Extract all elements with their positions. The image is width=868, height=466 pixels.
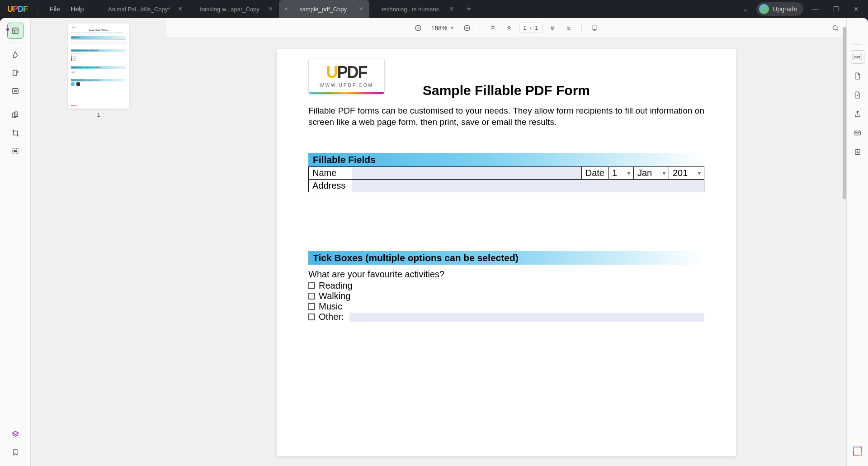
page-thumbnail[interactable]: UPDF Sample Fillable PDF Form Fillable P… [68, 24, 129, 109]
dropdown-icon: ▼ [626, 170, 632, 176]
svg-rect-10 [14, 151, 17, 152]
menu-file[interactable]: File [44, 5, 66, 13]
thumbnail-number: 1 [36, 111, 161, 118]
tab-3[interactable]: technolog...ts humans × [369, 0, 460, 18]
dropdown-icon: ▼ [661, 170, 667, 176]
document-toolbar: 168% ▼ 1 / 1 [166, 18, 846, 38]
search-button[interactable] [829, 22, 842, 34]
date-year-select[interactable]: 201▼ [669, 167, 704, 180]
prev-page-button[interactable] [503, 22, 515, 34]
separator [480, 24, 480, 32]
tab-bar: Animal Pai...kills_Copy* × banking w...a… [98, 0, 478, 18]
tab-1[interactable]: banking w...apar_Copy × [189, 0, 279, 18]
share-button[interactable] [851, 107, 864, 121]
svg-point-21 [833, 25, 837, 29]
tab-title: Animal Pai...kills_Copy* [104, 6, 174, 13]
redact-tool[interactable] [7, 143, 24, 159]
bookmark-icon [11, 448, 19, 456]
logo-subtitle: WWW.UPDF.COM [320, 83, 373, 88]
next-page-button[interactable] [546, 22, 559, 34]
edit-tool[interactable] [7, 65, 24, 81]
fields-table: Name Date 1▼ Jan▼ 201▼ Address [308, 166, 704, 192]
name-label: Name [309, 167, 352, 180]
close-icon[interactable]: × [449, 5, 453, 13]
crop-icon [11, 129, 19, 137]
page-current: 1 [523, 24, 526, 31]
tab-0[interactable]: Animal Pai...kills_Copy* × [98, 0, 189, 18]
document-viewport[interactable]: UPDF WWW.UPDF.COM Sample Fillable PDF Fo… [166, 38, 846, 466]
menu-help[interactable]: Help [66, 5, 90, 13]
date-day-select[interactable]: 1▼ [609, 167, 634, 180]
organize-tool[interactable] [7, 107, 24, 123]
tab-title: sample_pdf_Copy [292, 6, 354, 13]
document-logo: UPDF WWW.UPDF.COM [308, 58, 385, 95]
compress-button[interactable] [851, 88, 864, 102]
check-option: Other: [308, 312, 704, 322]
other-input[interactable] [349, 313, 704, 322]
ai-button[interactable] [851, 444, 864, 458]
close-button[interactable]: ✕ [848, 5, 864, 13]
last-page-button[interactable] [562, 22, 575, 34]
section-header-tickboxes: Tick Boxes (multiple options can be sele… [308, 251, 704, 265]
checklist: Reading Walking Music Other: [308, 281, 704, 322]
search-icon [832, 24, 839, 32]
convert-button[interactable] [851, 69, 864, 83]
check-option: Reading [308, 281, 704, 291]
checkbox-reading[interactable] [308, 282, 315, 289]
chevron-down-icon: ▼ [450, 25, 454, 30]
presentation-button[interactable] [588, 22, 601, 34]
separator [853, 44, 862, 45]
upgrade-label: Upgrade [773, 5, 797, 13]
upgrade-button[interactable]: Upgrade [756, 2, 803, 16]
ocr-button[interactable]: ocr [851, 50, 864, 64]
layers-tool[interactable] [7, 426, 24, 442]
dropdown-icon: ▼ [697, 170, 702, 176]
save-button[interactable] [851, 145, 864, 159]
layers-icon [11, 430, 19, 438]
page-input[interactable]: 1 / 1 [519, 23, 542, 33]
checkbox-other[interactable] [308, 314, 315, 320]
highlight-tool[interactable] [7, 47, 24, 63]
name-input[interactable] [352, 167, 582, 180]
page-sep: / [530, 24, 532, 31]
crop-tool[interactable] [7, 125, 24, 141]
zoom-in-button[interactable] [461, 22, 473, 34]
address-input[interactable] [352, 180, 704, 192]
tab-2[interactable]: sample_pdf_Copy × [279, 0, 369, 18]
checkbox-music[interactable] [308, 303, 315, 310]
scrollbar[interactable] [843, 27, 846, 199]
bookmark-tool[interactable] [7, 444, 24, 461]
maximize-button[interactable]: ❐ [828, 5, 844, 13]
mail-icon [854, 129, 862, 137]
separator [11, 103, 20, 103]
file-compress-icon [854, 91, 862, 99]
check-label: Other: [319, 312, 344, 322]
close-icon[interactable]: × [269, 5, 273, 13]
chevron-top-icon [489, 24, 496, 32]
close-icon[interactable]: × [178, 5, 182, 13]
chevron-down-icon[interactable]: ⌄ [738, 5, 753, 13]
zoom-display[interactable]: 168% ▼ [428, 24, 457, 32]
separator [581, 24, 582, 32]
add-tab-button[interactable]: + [460, 4, 478, 14]
form-icon [11, 87, 19, 95]
date-month-select[interactable]: Jan▼ [634, 167, 669, 180]
ocr-icon: ocr [853, 54, 862, 60]
thumbnails-icon [11, 27, 19, 35]
chevron-up-icon [505, 24, 513, 32]
document-area: 168% ▼ 1 / 1 [166, 18, 846, 466]
svg-rect-0 [13, 28, 18, 33]
main-area: UPDF Sample Fillable PDF Form Fillable P… [0, 18, 868, 466]
form-tool[interactable] [7, 83, 24, 99]
section-header-fields: Fillable Fields [308, 153, 704, 166]
chevron-down-icon [549, 24, 556, 32]
close-icon[interactable]: × [359, 5, 363, 13]
zoom-out-button[interactable] [412, 22, 425, 34]
first-page-button[interactable] [486, 22, 499, 34]
zoom-value: 168% [431, 24, 447, 32]
thumbnail-panel: UPDF Sample Fillable PDF Form Fillable P… [31, 18, 166, 466]
minimize-button[interactable]: — [807, 5, 824, 13]
email-button[interactable] [851, 126, 864, 140]
thumbnails-tool[interactable] [7, 23, 24, 39]
checkbox-walking[interactable] [308, 293, 315, 300]
